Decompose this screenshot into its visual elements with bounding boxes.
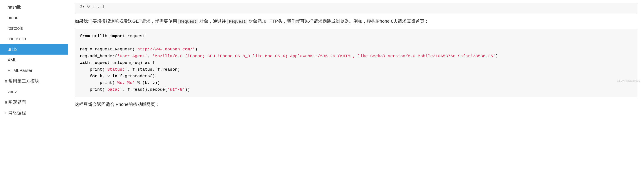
kw-import: import (110, 34, 125, 39)
text: 如果我们要想模拟浏览器发送GET请求，就需要使用 (75, 19, 177, 24)
expand-icon: ⊞ (4, 79, 8, 84)
code-text: , f.status, f.reason) (128, 67, 180, 72)
sidebar-item-gui[interactable]: ⊞图形界面 (0, 97, 68, 107)
kw-as: as (145, 60, 150, 65)
code-text: request (125, 34, 145, 39)
str-status: 'Status:' (105, 67, 128, 72)
sidebar-item-thirdparty[interactable]: ⊞常用第三方模块 (0, 76, 68, 86)
str-ua-key: 'User-Agent' (117, 54, 148, 59)
sidebar-item-label: 常用第三方模块 (8, 79, 39, 83)
code-text: ) (195, 47, 198, 52)
str-ua-val: 'Mozilla/6.0 (iPhone; CPU iPhone OS 8_0 … (152, 54, 496, 59)
main-content: 07 0',...] 如果我们要想模拟浏览器发送GET请求，就需要使用 Requ… (68, 0, 644, 173)
code-text (80, 74, 90, 79)
sidebar-item-label: contextlib (8, 36, 26, 41)
sidebar-item-contextlib[interactable]: contextlib (0, 34, 68, 44)
code-text: k, v (97, 74, 112, 79)
code-text: request.urlopen(req) (90, 60, 145, 65)
paragraph-outro: 这样豆瓣会返回适合iPhone的移动版网页： (75, 100, 638, 108)
code-text: , f.read().decode( (122, 87, 167, 92)
sidebar-item-urllib[interactable]: urllib (0, 44, 68, 55)
sidebar-item-label: venv (8, 89, 17, 94)
code-text: f.getheaders(): (117, 74, 157, 79)
code-text: , (148, 54, 152, 59)
sidebar-item-hmac[interactable]: hmac (0, 12, 68, 23)
sidebar-item-label: XML (8, 57, 16, 62)
kw-with: with (80, 60, 90, 65)
sidebar-item-xml[interactable]: XML (0, 55, 68, 65)
str-url: 'http://www.douban.com/' (135, 47, 195, 52)
sidebar-item-label: hmac (8, 15, 18, 20)
str-fmt: '%s: %s' (115, 80, 135, 85)
text: 对象添加HTTP头，我们就可以把请求伪装成浏览器。例如，模拟iPhone 6去请… (249, 19, 429, 24)
sidebar-item-label: HTMLParser (8, 68, 32, 73)
str-utf8: 'utf-8' (167, 87, 185, 92)
sidebar-item-hashlib[interactable]: hashlib (0, 2, 68, 12)
sidebar-item-label: 图形界面 (8, 100, 26, 105)
expand-icon: ⊞ (4, 100, 8, 105)
code-text: 07 0',...] (80, 4, 105, 9)
code-text: print( (80, 87, 105, 92)
code-text: ) (496, 54, 498, 59)
sidebar-item-itertools[interactable]: itertools (0, 23, 68, 34)
sidebar-item-label: hashlib (8, 5, 21, 10)
code-block-main: from urllib import request req = request… (75, 29, 638, 97)
inline-code-request-1: Request (178, 19, 198, 24)
code-text: urllib (90, 34, 110, 39)
inline-code-request-2: Request (227, 19, 247, 24)
code-text: print( (80, 67, 105, 72)
text: 对象，通过往 (200, 19, 226, 24)
kw-for: for (90, 74, 97, 79)
kw-from: from (80, 34, 90, 39)
code-text: print( (80, 80, 115, 85)
str-data: 'Data:' (105, 87, 122, 92)
sidebar-item-label: 网络编程 (8, 110, 26, 115)
expand-icon: ⊞ (4, 111, 8, 115)
sidebar-nav: hashlib hmac itertools contextlib urllib… (0, 0, 68, 173)
sidebar-item-label: itertools (8, 26, 23, 31)
code-text: % (k, v)) (135, 80, 160, 85)
sidebar-item-label: urllib (8, 47, 17, 52)
sidebar-item-htmlparser[interactable]: HTMLParser (0, 65, 68, 76)
kw-in: in (112, 74, 117, 79)
sidebar-item-venv[interactable]: venv (0, 86, 68, 97)
sidebar-item-network[interactable]: ⊞网络编程 (0, 107, 68, 118)
paragraph-intro: 如果我们要想模拟浏览器发送GET请求，就需要使用 Request 对象，通过往 … (75, 17, 638, 25)
code-block-prev-tail: 07 0',...] (75, 3, 638, 14)
code-text: f: (150, 60, 157, 65)
code-text: req.add_header( (80, 54, 117, 59)
code-text: req = request.Request( (80, 47, 135, 52)
code-text: )) (185, 87, 190, 92)
